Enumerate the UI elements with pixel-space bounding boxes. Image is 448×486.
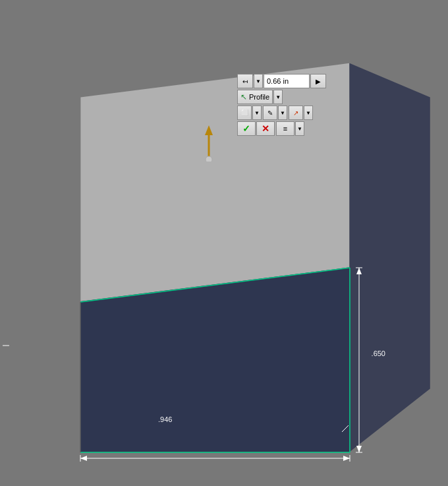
right-arrow-icon: ▶ xyxy=(316,78,321,85)
toolbar: ↤ ▼ ▶ ↖ Profile ▼ ⬜ xyxy=(237,74,326,136)
tool-2-icon: ✎ xyxy=(267,109,273,117)
svg-marker-17 xyxy=(205,125,213,135)
options-dropdown-icon: ▼ xyxy=(297,126,302,132)
profile-row: ↖ Profile ▼ xyxy=(237,90,326,104)
tool-1-dropdown-icon: ▼ xyxy=(254,110,260,116)
tool-button-3[interactable]: ↗ xyxy=(289,106,303,120)
svg-point-18 xyxy=(206,156,212,162)
profile-dropdown-button[interactable]: ▼ xyxy=(273,90,283,104)
options-dropdown[interactable]: ▼ xyxy=(295,121,304,136)
confirm-row: ✓ ✕ ≡ ▼ xyxy=(237,121,326,136)
axis-arrow xyxy=(194,122,224,162)
left-arrow-icon: ↤ xyxy=(242,78,248,85)
left-arrow-button[interactable]: ↤ xyxy=(237,74,253,88)
right-arrow-button[interactable]: ▶ xyxy=(310,74,326,88)
width-dimension: .946 xyxy=(158,415,172,423)
tool-3-icon: ↗ xyxy=(293,109,298,117)
cancel-button[interactable]: ✕ xyxy=(256,121,275,136)
svg-marker-8 xyxy=(343,456,350,461)
profile-button[interactable]: ↖ Profile xyxy=(237,90,273,104)
profile-dropdown-icon: ▼ xyxy=(275,94,281,100)
tool-button-2[interactable]: ✎ xyxy=(263,106,277,120)
tool-button-1[interactable]: ⬜ xyxy=(237,106,252,120)
tool-3-dropdown-icon: ▼ xyxy=(306,110,311,116)
dropdown-arrow-icon: ▼ xyxy=(256,78,261,84)
measurement-input[interactable] xyxy=(264,74,310,88)
left-dropdown-button[interactable]: ▼ xyxy=(254,74,263,88)
options-button[interactable]: ≡ xyxy=(276,121,294,136)
tool-1-icon: ⬜ xyxy=(241,109,248,116)
tools-row: ⬜ ▼ ✎ ▼ ↗ ▼ xyxy=(237,106,326,120)
options-list-icon: ≡ xyxy=(283,125,287,133)
3d-viewport: .946 .650 ↤ ▼ ▶ ↖ Profil xyxy=(0,0,448,486)
height-dimension: .650 xyxy=(372,349,385,357)
svg-marker-7 xyxy=(80,456,87,461)
measurement-row: ↤ ▼ ▶ xyxy=(237,74,326,88)
tool-2-dropdown[interactable]: ▼ xyxy=(278,106,287,120)
profile-label: Profile xyxy=(249,93,269,101)
tool-1-dropdown[interactable]: ▼ xyxy=(252,106,262,120)
x-icon: ✕ xyxy=(262,123,269,134)
confirm-button[interactable]: ✓ xyxy=(237,121,256,136)
svg-marker-13 xyxy=(356,446,362,452)
check-icon: ✓ xyxy=(242,123,250,134)
tool-3-dropdown[interactable]: ▼ xyxy=(304,106,313,120)
profile-cursor-icon: ↖ xyxy=(240,92,247,102)
tool-2-dropdown-icon: ▼ xyxy=(280,110,285,116)
